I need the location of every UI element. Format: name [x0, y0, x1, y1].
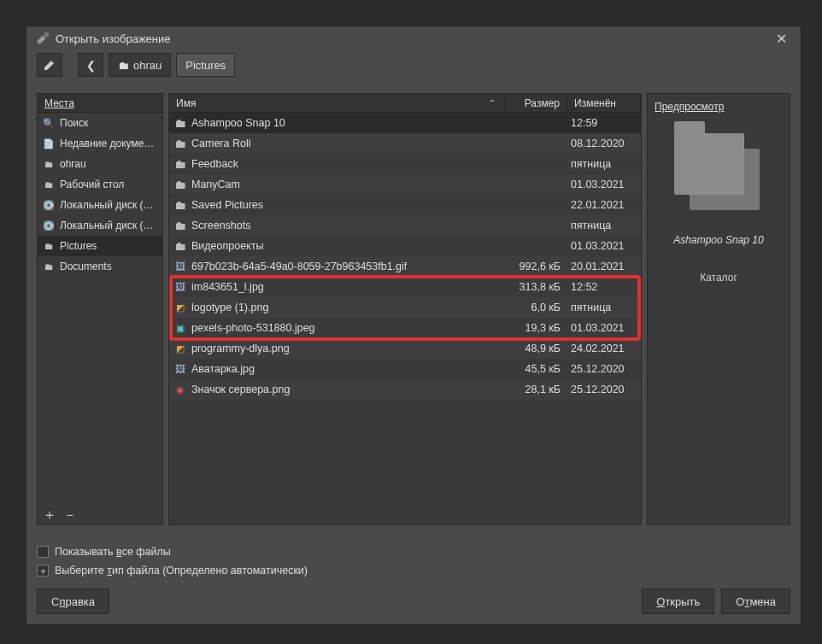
file-modified: пятница — [567, 220, 641, 231]
place-item[interactable]: 🖿Pictures — [38, 236, 162, 256]
file-size: 48,9 кБ — [506, 342, 567, 354]
file-size: 313,8 кБ — [506, 281, 567, 293]
file-name: Feedback — [191, 158, 238, 170]
titlebar: Открыть изображение ✕ — [26, 26, 801, 50]
file-row[interactable]: Feedbackпятница — [169, 154, 641, 174]
file-name: logotype (1).png — [191, 302, 268, 313]
file-row[interactable]: Значок сервера.png28,1 кБ25.12.2020 — [169, 379, 641, 400]
cancel-button[interactable]: Отмена — [721, 588, 790, 614]
path-back-button[interactable]: ❮ — [78, 53, 103, 77]
help-button[interactable]: Справка — [37, 588, 109, 614]
place-item[interactable]: 🖿Documents — [38, 256, 162, 277]
file-modified: 12:59 — [567, 117, 641, 129]
file-name: ManyCam — [191, 179, 240, 190]
edit-path-button[interactable] — [37, 53, 62, 77]
disk-icon: 💽 — [43, 200, 55, 211]
close-button[interactable]: ✕ — [771, 29, 792, 49]
files-pane: Имя ⌃ Размер Изменён Ashampoo Snap 1012:… — [168, 93, 642, 525]
file-type-label: Выберите тип файла (Определено автоматич… — [55, 565, 308, 577]
place-item[interactable]: 🖿Рабочий стол — [38, 174, 162, 195]
svg-rect-0 — [44, 32, 49, 37]
disk-icon: 💽 — [43, 220, 55, 231]
file-name: Значок сервера.png — [191, 383, 290, 395]
preview-header: Предпросмотр — [655, 101, 783, 113]
file-name: Screenshots — [191, 220, 250, 231]
file-size: 28,1 кБ — [506, 383, 567, 395]
place-item[interactable]: 🔍Поиск — [38, 113, 162, 133]
file-row[interactable]: im843651_l.jpg313,8 кБ12:52 — [169, 277, 641, 297]
col-name-label: Имя — [176, 97, 196, 109]
file-row[interactable]: Screenshotsпятница — [169, 215, 641, 236]
file-row[interactable]: Camera Roll08.12.2020 — [169, 133, 641, 154]
file-icon — [174, 363, 186, 375]
toolbar: ❮ 🖿 ohrau Pictures — [26, 50, 801, 79]
file-modified: 01.03.2021 — [567, 240, 641, 252]
file-modified: пятница — [567, 302, 641, 313]
file-modified: 01.03.2021 — [567, 179, 641, 190]
file-row[interactable]: pexels-photo-531880.jpeg19,3 кБ01.03.202… — [169, 318, 641, 338]
window-title: Открыть изображение — [56, 32, 170, 45]
show-all-files-checkbox[interactable] — [37, 546, 49, 558]
path-segment-current[interactable]: Pictures — [176, 53, 235, 77]
file-modified: 22.01.2021 — [567, 199, 641, 211]
file-name: programmy-dlya.png — [191, 342, 290, 354]
place-label: Поиск — [60, 117, 88, 129]
file-icon — [174, 199, 186, 211]
file-row[interactable]: Ashampoo Snap 1012:59 — [169, 113, 641, 133]
file-modified: пятница — [567, 158, 641, 170]
file-row[interactable]: ManyCam01.03.2021 — [169, 174, 641, 195]
file-icon — [174, 281, 186, 293]
file-modified: 25.12.2020 — [567, 363, 641, 375]
open-image-dialog: Открыть изображение ✕ ❮ 🖿 ohrau Pictures… — [26, 26, 801, 625]
file-name: 697b023b-64a5-49a0-8059-27b963453fb1.gif — [191, 261, 407, 272]
places-header[interactable]: Места — [38, 94, 162, 113]
open-button[interactable]: Открыть — [642, 588, 714, 614]
preview-thumbnail — [667, 123, 770, 225]
app-icon — [35, 32, 50, 44]
show-all-files-row[interactable]: Показывать все файлы — [37, 542, 790, 561]
file-icon — [174, 240, 186, 252]
file-name: im843651_l.jpg — [191, 281, 264, 293]
file-type-row[interactable]: ＋ Выберите тип файла (Определено автомат… — [37, 561, 790, 580]
file-name: Аватарка.jpg — [191, 363, 255, 375]
place-item[interactable]: 📄Недавние докуме… — [38, 133, 162, 154]
add-place-button[interactable]: ＋ — [43, 506, 56, 524]
place-label: Рабочий стол — [60, 179, 124, 190]
folder-icon: 🖿 — [43, 261, 55, 272]
file-headers: Имя ⌃ Размер Изменён — [169, 94, 641, 113]
file-size: 45,5 кБ — [506, 363, 567, 375]
path-segment-parent[interactable]: 🖿 ohrau — [109, 53, 171, 77]
file-icon — [174, 302, 186, 313]
file-row[interactable]: Видеопроекты01.03.2021 — [169, 236, 641, 256]
path-parent-label: ohrau — [133, 59, 161, 72]
file-icon — [174, 322, 186, 334]
file-size: 992,6 кБ — [506, 261, 567, 272]
file-type-expander[interactable]: ＋ — [37, 565, 49, 577]
file-row[interactable]: Saved Pictures22.01.2021 — [169, 195, 641, 215]
col-modified-header[interactable]: Изменён — [567, 94, 641, 112]
remove-place-button[interactable]: － — [63, 506, 77, 524]
col-name-header[interactable]: Имя ⌃ — [169, 94, 506, 112]
file-row[interactable]: Аватарка.jpg45,5 кБ25.12.2020 — [169, 359, 641, 379]
preview-item-type: Каталог — [700, 272, 737, 284]
file-size: 6,0 кБ — [506, 302, 567, 313]
recent-icon: 📄 — [43, 138, 55, 149]
sort-indicator-icon: ⌃ — [489, 98, 496, 108]
place-label: Pictures — [60, 240, 97, 252]
file-name: pexels-photo-531880.jpeg — [191, 322, 315, 334]
file-row[interactable]: programmy-dlya.png48,9 кБ24.02.2021 — [169, 338, 641, 359]
place-item[interactable]: 💽Локальный диск (… — [38, 215, 162, 236]
place-label: Documents — [60, 261, 112, 272]
place-item[interactable]: 💽Локальный диск (… — [38, 195, 162, 215]
file-modified: 08.12.2020 — [567, 138, 641, 149]
place-label: Локальный диск (… — [60, 199, 154, 211]
col-size-header[interactable]: Размер — [506, 94, 567, 112]
file-modified: 25.12.2020 — [567, 383, 641, 395]
file-name: Saved Pictures — [191, 199, 263, 211]
file-modified: 24.02.2021 — [567, 342, 641, 354]
file-row[interactable]: 697b023b-64a5-49a0-8059-27b963453fb1.gif… — [169, 256, 641, 277]
place-item[interactable]: 🖿ohrau — [38, 154, 162, 174]
folder-icon: 🖿 — [118, 59, 129, 72]
file-row[interactable]: logotype (1).png6,0 кБпятница — [169, 297, 641, 318]
file-icon — [174, 138, 186, 149]
